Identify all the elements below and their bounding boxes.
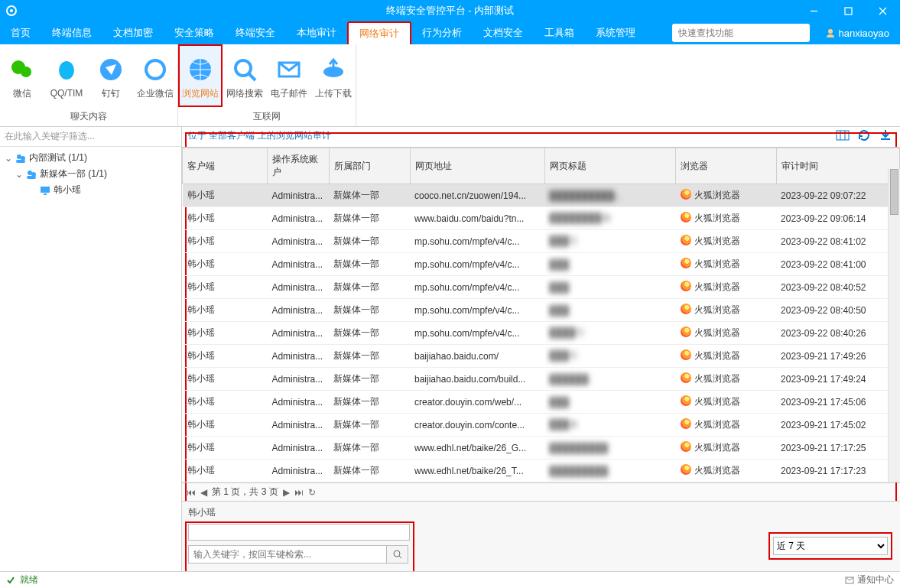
menu-item-0[interactable]: 首页 [0,21,41,44]
ribbon-wechat-button[interactable]: 微信 [0,44,44,107]
columns-icon[interactable] [836,128,850,142]
status-ok-icon [6,576,15,585]
table-row[interactable]: 韩小瑶Administra...新媒体一部baijiahao.baidu.com… [183,368,900,391]
main-panel: 位于 全部客户端 上的浏览网站审计 客户端操作系统账户所属部门网页地址网页标题浏… [182,127,900,571]
firefox-icon [681,304,691,314]
menu-item-2[interactable]: 文档加密 [102,21,164,44]
svg-rect-22 [44,193,47,195]
browse-icon [187,57,213,83]
col-header[interactable]: 浏览器 [676,148,776,184]
audit-table: 客户端操作系统账户所属部门网页地址网页标题浏览器审计时间 韩小瑶Administ… [182,148,900,482]
svg-point-4 [828,29,833,34]
pager-text: 第 1 页，共 3 页 [212,486,278,499]
menu-search[interactable] [672,24,810,42]
ribbon-websearch-button[interactable]: 网络搜索 [223,44,267,107]
pager-first-button[interactable]: ⏮ [187,487,196,498]
pager-refresh-button[interactable]: ↻ [308,487,316,498]
ribbon-browse-button[interactable]: 浏览网站 [178,44,223,107]
notification-center-link[interactable]: 通知中心 [857,573,894,586]
menu-item-6[interactable]: 网络审计 [347,21,411,44]
detail-name: 韩小瑶 [188,506,894,519]
window-title: 终端安全管控平台 - 内部测试 [386,4,515,18]
menu-item-10[interactable]: 系统管理 [585,21,646,44]
titlebar: 终端安全管控平台 - 内部测试 [0,0,900,21]
menu-item-4[interactable]: 终端安全 [225,21,286,44]
app-logo-icon [6,5,17,16]
websearch-icon [232,57,258,83]
firefox-icon [681,395,691,406]
firefox-icon [681,372,691,383]
table-row[interactable]: 韩小瑶Administra...新媒体一部mp.sohu.com/mpfe/v4… [183,322,900,345]
table-row[interactable]: 韩小瑶Administra...新媒体一部mp.sohu.com/mpfe/v4… [183,276,900,299]
col-header[interactable]: 操作系统账户 [267,148,329,184]
pager: ⏮ ◀ 第 1 页，共 3 页 ▶ ⏭ ↻ [182,482,900,501]
col-header[interactable]: 客户端 [183,148,268,184]
table-row[interactable]: 韩小瑶Administra...新媒体一部mp.sohu.com/mpfe/v4… [183,253,900,276]
firefox-icon [681,326,691,337]
svg-line-12 [249,74,255,80]
table-row[interactable]: 韩小瑶Administra...新媒体一部mp.sohu.com/mpfe/v4… [183,299,900,322]
export-icon[interactable] [879,128,892,142]
tree-node-2[interactable]: 韩小瑶 [2,182,180,198]
main-menu: 首页终端信息文档加密安全策略终端安全本地审计网络审计行为分析文档安全工具箱系统管… [0,21,900,44]
firefox-icon [681,349,691,360]
col-header[interactable]: 网页标题 [545,148,676,184]
table-row[interactable]: 韩小瑶Administra...新媒体一部baijiahao.baidu.com… [183,345,900,368]
pager-next-button[interactable]: ▶ [283,487,290,498]
menu-item-3[interactable]: 安全策略 [164,21,225,44]
tree-node-0[interactable]: ⌄内部测试 (1/1) [2,150,180,166]
table-row[interactable]: 韩小瑶Administra...新媒体一部www.edhl.net/baike/… [183,460,900,482]
menu-item-5[interactable]: 本地审计 [286,21,347,44]
close-button[interactable] [866,0,900,21]
ribbon-qq-button[interactable]: QQ/TIM [44,44,89,107]
firefox-icon [681,212,691,223]
firefox-icon [681,235,691,245]
firefox-icon [681,464,691,475]
email-icon [276,57,302,83]
vertical-scrollbar[interactable] [888,169,900,482]
statusbar: 就绪 通知中心 [0,571,900,588]
breadcrumb: 位于 全部客户端 上的浏览网站审计 [182,127,900,142]
ribbon-upload-button[interactable]: 上传下载 [311,44,356,107]
panel-tools [836,128,892,142]
date-range-select[interactable]: 近 7 天 [773,537,888,555]
ribbon-email-button[interactable]: 电子邮件 [267,44,311,107]
table-row[interactable]: 韩小瑶Administra...新媒体一部creator.douyin.com/… [183,391,900,414]
refresh-icon[interactable] [857,128,871,142]
col-header[interactable]: 所属部门 [329,148,410,184]
menu-item-7[interactable]: 行为分析 [411,21,473,44]
svg-rect-21 [41,187,50,193]
detail-panel: 韩小瑶 近 7 天 [182,501,900,571]
ribbon-dingtalk-button[interactable]: 钉钉 [89,44,133,107]
sidebar: 在此输入关键字筛选... ⌄内部测试 (1/1)⌄新媒体一部 (1/1)韩小瑶 [0,127,182,571]
col-header[interactable]: 网页地址 [410,148,545,184]
table-row[interactable]: 韩小瑶Administra...新媒体一部mp.sohu.com/mpfe/v4… [183,230,900,253]
col-header[interactable]: 审计时间 [776,148,899,184]
firefox-icon [681,418,691,429]
maximize-button[interactable] [831,0,866,21]
table-row[interactable]: 韩小瑶Administra...新媒体一部www.edhl.net/baike/… [183,437,900,460]
pager-last-button[interactable]: ⏭ [294,487,304,498]
table-row[interactable]: 韩小瑶Administra...新媒体一部cooco.net.cn/zuowen… [183,184,900,207]
tree-filter-input[interactable]: 在此输入关键字筛选... [0,127,181,147]
table-row[interactable]: 韩小瑶Administra...新媒体一部creator.douyin.com/… [183,414,900,437]
tree-node-1[interactable]: ⌄新媒体一部 (1/1) [2,166,180,182]
user-menu[interactable]: hanxiaoyao [814,21,901,44]
dingtalk-icon [98,57,124,83]
ribbon-wecom-button[interactable]: 企业微信 [133,44,177,107]
minimize-button[interactable] [797,0,831,21]
ribbon: 微信QQ/TIM钉钉企业微信聊天内容浏览网站网络搜索电子邮件上传下载互联网 [0,44,900,127]
menu-item-8[interactable]: 文档安全 [473,21,534,44]
status-text: 就绪 [20,573,38,586]
wechat-icon [9,57,35,83]
table-row[interactable]: 韩小瑶Administra...新媒体一部www.baidu.com/baidu… [183,207,900,230]
menu-item-9[interactable]: 工具箱 [534,21,585,44]
highlight-box [185,521,414,575]
menu-item-1[interactable]: 终端信息 [41,21,102,44]
upload-icon [320,57,346,83]
svg-rect-20 [27,176,36,179]
svg-point-11 [236,60,251,76]
firefox-icon [681,189,691,200]
ribbon-group-label: 互联网 [178,107,356,126]
pager-prev-button[interactable]: ◀ [200,487,207,498]
